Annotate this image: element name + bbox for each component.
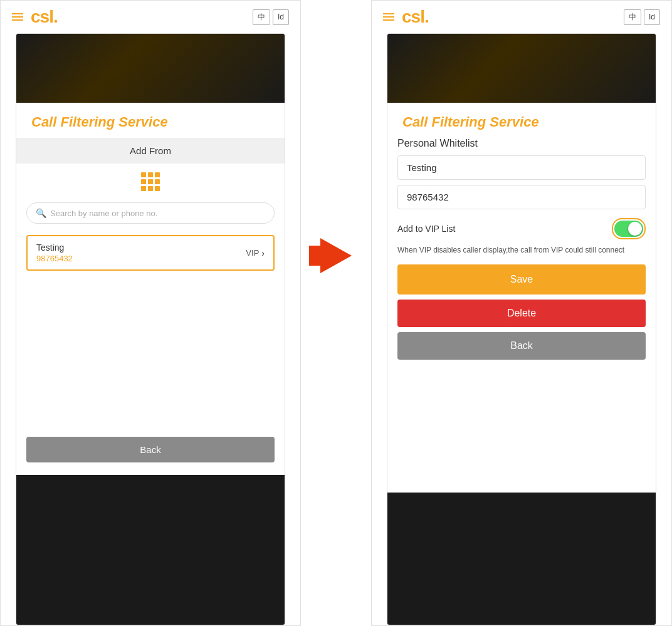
right-title: Call Filtering Service [387,103,656,138]
left-back-button[interactable]: Back [26,437,275,462]
contact-name: Testing [36,243,73,253]
right-lang-zh-button[interactable]: 中 [624,9,641,25]
left-logo-area: csl. [12,8,58,26]
arrow-right-icon: › [261,248,265,258]
left-dark-bottom [16,475,285,625]
vip-row: Add to VIP List [397,218,646,239]
vip-description: When VIP disables caller display,the cal… [397,244,646,256]
vip-toggle[interactable] [614,221,643,237]
contact-list: Testing 98765432 VIP › [26,235,275,346]
right-arrow-icon [320,238,352,273]
right-header: csl. 中 Id [372,1,671,33]
left-panel: csl. 中 Id Call Filtering Service Add Fro… [0,0,301,626]
left-title: Call Filtering Service [16,103,285,138]
name-input[interactable] [397,155,646,180]
whitelist-title: Personal Whitelist [397,138,646,149]
right-panel: csl. 中 Id Call Filtering Service Persona… [371,0,672,626]
left-back-btn-area: Back [16,427,285,475]
keypad-icon [141,172,160,191]
lang-zh-button[interactable]: 中 [253,9,270,25]
left-header: csl. 中 Id [1,1,300,33]
left-phone-image [16,34,285,103]
toggle-knob [628,222,642,236]
left-phone-frame: Call Filtering Service Add From 🔍 Searc [16,33,285,625]
right-phone-content: Call Filtering Service Personal Whitelis… [387,103,656,493]
right-phone-image [387,34,656,103]
vip-arrow: VIP › [246,248,265,258]
right-logo: csl. [402,8,429,26]
left-lang-buttons: 中 Id [253,9,289,25]
whitelist-form: Personal Whitelist Add to VIP List When … [397,138,646,493]
arrow-connector [301,0,371,273]
left-phone-content: Call Filtering Service Add From 🔍 Searc [16,103,285,475]
right-lang-id-button[interactable]: Id [644,9,660,25]
toggle-container[interactable] [612,218,646,239]
lang-id-button[interactable]: Id [273,9,289,25]
number-input[interactable] [397,185,646,209]
contact-info: Testing 98765432 [36,243,73,263]
right-hamburger-icon[interactable] [383,13,394,21]
delete-button[interactable]: Delete [397,300,646,327]
vip-label: Add to VIP List [397,224,455,234]
vip-tag: VIP [246,248,259,258]
search-placeholder-text: Search by name or phone no. [50,209,157,218]
left-logo: csl. [31,8,58,26]
keypad-icon-area [16,164,285,197]
contact-number: 98765432 [36,254,73,263]
search-icon: 🔍 [36,208,46,218]
search-bar[interactable]: 🔍 Search by name or phone no. [26,202,275,224]
add-from-header: Add From [16,138,285,164]
save-button[interactable]: Save [397,264,646,295]
right-logo-area: csl. [383,8,429,26]
right-phone-frame: Call Filtering Service Personal Whitelis… [387,33,656,625]
right-back-button[interactable]: Back [397,332,646,360]
right-lang-buttons: 中 Id [624,9,660,25]
hamburger-icon[interactable] [12,13,23,21]
right-dark-bottom [387,493,656,625]
contact-item[interactable]: Testing 98765432 VIP › [26,235,275,271]
